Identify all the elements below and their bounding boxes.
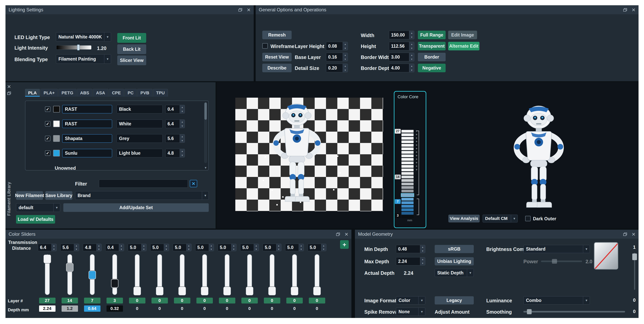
transmission-distance-spinbox[interactable]: 5.6▲▼ bbox=[60, 244, 79, 251]
spinner-arrows[interactable]: ▲▼ bbox=[342, 42, 348, 50]
border-button[interactable]: Border bbox=[418, 53, 446, 61]
srgb-button[interactable]: sRGB bbox=[435, 245, 474, 253]
tab-petg[interactable]: PETG bbox=[58, 89, 76, 97]
filament-enabled-checkbox[interactable]: ✓ bbox=[45, 150, 50, 156]
core-layer-marker[interactable]: 3 bbox=[395, 213, 401, 218]
base-layer-spinbox[interactable]: 0.16▲▼ bbox=[326, 53, 348, 61]
unbias-lighting-button[interactable]: Unbias Lighting bbox=[435, 257, 474, 265]
tab-cpe[interactable]: CPE bbox=[109, 89, 124, 97]
filament-brand-input[interactable]: Shapata bbox=[62, 134, 112, 143]
alternate-edit-button[interactable]: Alternate Edit bbox=[448, 42, 480, 50]
filament-set-dropdown[interactable]: default ▾ bbox=[16, 203, 60, 212]
filament-name-input[interactable]: White bbox=[116, 119, 162, 128]
spinner-arrows[interactable]: ▲▼ bbox=[209, 244, 214, 251]
model-geometry-titlebar[interactable]: Model Geometry × bbox=[355, 230, 638, 239]
core-layer-bar[interactable]: + bbox=[402, 140, 414, 143]
filament-name-input[interactable]: Black bbox=[116, 105, 162, 113]
close-panel-icon[interactable]: × bbox=[7, 83, 11, 90]
color-slider-handle[interactable] bbox=[291, 287, 298, 295]
float-panel-icon[interactable] bbox=[623, 233, 627, 236]
filament-brand-input[interactable]: RAST bbox=[62, 105, 112, 113]
core-layer-bar[interactable] bbox=[402, 179, 414, 182]
blending-type-dropdown[interactable]: Filament Painting ▾ bbox=[56, 54, 111, 64]
wireframe-checkbox[interactable] bbox=[262, 43, 268, 49]
close-panel-icon[interactable]: × bbox=[247, 7, 250, 13]
spinner-arrows[interactable]: ▲▼ bbox=[74, 244, 79, 251]
filament-td-spinbox[interactable]: 6.4▲▼ bbox=[165, 119, 185, 128]
color-slider-track[interactable] bbox=[315, 254, 319, 295]
core-layer-bar[interactable]: + bbox=[402, 158, 414, 161]
static-depth-dropdown[interactable]: Static Depth ▾ bbox=[435, 269, 474, 277]
core-layer-bar[interactable] bbox=[402, 201, 414, 204]
new-filament-button[interactable]: New Filament bbox=[16, 191, 43, 200]
spinner-arrows[interactable]: ▲▼ bbox=[420, 245, 425, 253]
brand-dropdown[interactable]: Brand ▾ bbox=[75, 191, 209, 200]
lighting-titlebar[interactable]: Lighting Settings × bbox=[6, 5, 254, 14]
light-intensity-slider[interactable] bbox=[56, 45, 92, 50]
filament-color-swatch[interactable] bbox=[53, 150, 60, 156]
source-image-canvas[interactable] bbox=[235, 98, 383, 211]
color-slider-track[interactable] bbox=[112, 254, 117, 295]
filament-td-spinbox[interactable]: 0.4▲▼ bbox=[165, 105, 185, 113]
color-slider-handle[interactable] bbox=[246, 287, 253, 295]
min-depth-spinbox[interactable]: 0.48▲▼ bbox=[396, 245, 425, 253]
brightness-comp-dropdown[interactable]: Standard ▾ bbox=[524, 245, 590, 253]
color-slider-handle[interactable] bbox=[224, 287, 231, 295]
float-panel-icon[interactable] bbox=[7, 92, 11, 95]
core-layer-bar[interactable] bbox=[401, 193, 414, 197]
width-spinbox[interactable]: 150.00▲▼ bbox=[389, 31, 414, 39]
color-slider-track[interactable] bbox=[157, 254, 162, 295]
filament-name-input[interactable]: Grey bbox=[116, 134, 162, 143]
spike-removal-dropdown[interactable]: None ▾ bbox=[396, 308, 425, 316]
float-panel-icon[interactable] bbox=[336, 233, 340, 236]
core-layer-bar[interactable] bbox=[402, 212, 414, 215]
general-options-titlebar[interactable]: General Options and Operations × bbox=[256, 5, 638, 14]
power-slider[interactable] bbox=[541, 261, 582, 262]
transmission-distance-spinbox[interactable]: 6.4▲▼ bbox=[38, 244, 57, 251]
transmission-distance-spinbox[interactable]: 5.0▲▼ bbox=[218, 244, 236, 251]
color-slider-handle[interactable] bbox=[313, 287, 321, 295]
height-spinbox[interactable]: 112.56▲▼ bbox=[389, 42, 414, 50]
filament-list-scrollbar[interactable] bbox=[204, 102, 207, 163]
transmission-distance-spinbox[interactable]: 4.8▲▼ bbox=[83, 244, 102, 251]
color-slider-track[interactable] bbox=[68, 254, 72, 295]
core-layer-bar[interactable]: + bbox=[402, 137, 414, 140]
spinner-arrows[interactable]: ▲▼ bbox=[409, 64, 414, 72]
transmission-distance-spinbox[interactable]: 5.0▲▼ bbox=[240, 244, 259, 251]
3d-viewport[interactable]: Color Core ++++++++++++ mm 271473 View A… bbox=[217, 82, 638, 229]
color-slider-handle[interactable] bbox=[111, 279, 118, 288]
spinner-arrows[interactable]: ▲▼ bbox=[409, 42, 414, 50]
transparent-button[interactable]: Transparent bbox=[418, 42, 446, 50]
filament-enabled-checkbox[interactable]: ✓ bbox=[45, 136, 50, 141]
core-layer-bar[interactable] bbox=[402, 215, 414, 218]
close-panel-icon[interactable]: × bbox=[632, 231, 636, 237]
reset-view-button[interactable]: Reset View bbox=[262, 53, 292, 61]
transmission-distance-spinbox[interactable]: 5.0▲▼ bbox=[308, 244, 326, 251]
spinner-arrows[interactable]: ▲▼ bbox=[180, 120, 185, 128]
tab-pla[interactable]: PLA bbox=[25, 89, 40, 97]
core-layer-bar[interactable]: + bbox=[402, 165, 414, 168]
border-width-spinbox[interactable]: 3.00▲▼ bbox=[389, 53, 414, 61]
spinner-arrows[interactable]: ▲▼ bbox=[342, 53, 348, 61]
save-library-button[interactable]: Save Library bbox=[45, 191, 72, 200]
colormap-thumbnail[interactable] bbox=[594, 242, 618, 270]
core-layer-bar[interactable]: + bbox=[402, 133, 414, 136]
core-layer-bar[interactable]: + bbox=[402, 169, 414, 171]
filament-list[interactable]: ✓ RAST Black 0.4▲▼ ✓ RAST White 6.4▲▼ ✓ … bbox=[25, 101, 209, 171]
color-slider-handle[interactable] bbox=[178, 287, 186, 295]
color-slider-handle[interactable] bbox=[134, 287, 141, 295]
transmission-distance-spinbox[interactable]: 5.0▲▼ bbox=[195, 244, 214, 251]
spinner-arrows[interactable]: ▲▼ bbox=[342, 64, 348, 72]
scroll-down-arrow[interactable]: ▼ bbox=[204, 166, 207, 169]
led-light-type-dropdown[interactable]: Natural White 4000K ▾ bbox=[56, 32, 111, 42]
max-depth-spinbox[interactable]: 2.24▲▼ bbox=[396, 257, 425, 265]
tab-abs[interactable]: ABS bbox=[77, 89, 92, 97]
core-layer-bar[interactable] bbox=[402, 208, 414, 211]
filament-brand-input[interactable]: Sunlu bbox=[62, 149, 112, 157]
core-layer-bar[interactable]: + bbox=[402, 151, 414, 154]
filament-enabled-checkbox[interactable]: ✓ bbox=[45, 121, 50, 127]
core-layer-bar[interactable] bbox=[402, 186, 414, 189]
spinner-arrows[interactable]: ▲▼ bbox=[409, 31, 414, 39]
spinner-arrows[interactable]: ▲▼ bbox=[96, 244, 102, 251]
transmission-distance-spinbox[interactable]: 5.0▲▼ bbox=[128, 244, 146, 251]
